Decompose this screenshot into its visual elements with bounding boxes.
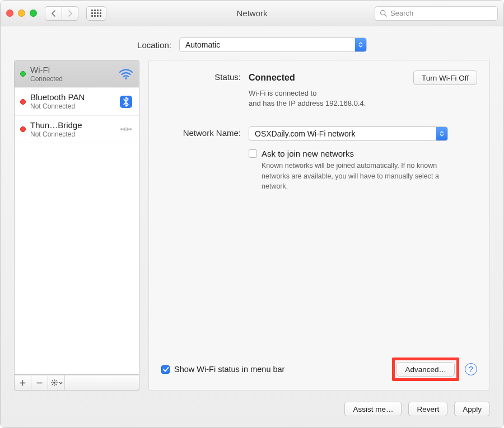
connection-status: Not Connected bbox=[30, 102, 114, 110]
help-button[interactable]: ? bbox=[465, 363, 477, 375]
content: Location: Automatic Wi-Fi Connected bbox=[1, 26, 503, 427]
svg-rect-3 bbox=[120, 96, 132, 108]
ask-join-row: Ask to join new networks Known networks … bbox=[161, 149, 477, 191]
status-dot-icon bbox=[20, 99, 26, 105]
show-all-button[interactable] bbox=[86, 6, 106, 21]
assist-me-button[interactable]: Assist me… bbox=[344, 402, 402, 416]
svg-point-5 bbox=[129, 128, 132, 130]
svg-line-13 bbox=[52, 384, 53, 385]
search-placeholder: Search bbox=[390, 9, 413, 17]
titlebar: Network Search bbox=[1, 1, 503, 26]
window-controls bbox=[6, 10, 37, 17]
svg-line-12 bbox=[55, 384, 57, 385]
connection-list: Wi-Fi Connected Bluetooth PAN Not Connec… bbox=[14, 60, 139, 375]
show-status-checkbox[interactable]: Show Wi-Fi status in menu bar bbox=[161, 365, 284, 374]
wifi-icon bbox=[119, 67, 133, 81]
connection-name: Wi-Fi bbox=[30, 65, 114, 75]
status-value: Connected bbox=[249, 73, 295, 83]
minimize-icon[interactable] bbox=[18, 10, 25, 17]
location-select[interactable]: Automatic bbox=[179, 37, 367, 52]
network-name-value: OSXDaily.com Wi-Fi network bbox=[255, 129, 355, 138]
search-input[interactable]: Search bbox=[375, 6, 498, 21]
sidebar-toolbar bbox=[14, 375, 139, 391]
actions-menu-button[interactable] bbox=[48, 375, 65, 390]
zoom-icon[interactable] bbox=[30, 10, 37, 17]
status-row: Status: Connected Turn Wi-Fi Off Wi-Fi i… bbox=[161, 70, 477, 109]
forward-button[interactable] bbox=[62, 6, 78, 21]
connection-item-thunderbolt[interactable]: Thun…Bridge Not Connected bbox=[15, 116, 139, 143]
plus-icon bbox=[20, 380, 26, 386]
checkbox-icon bbox=[249, 149, 257, 158]
detail-pane: Status: Connected Turn Wi-Fi Off Wi-Fi i… bbox=[148, 60, 490, 391]
sidebar: Wi-Fi Connected Bluetooth PAN Not Connec… bbox=[14, 60, 139, 391]
svg-point-2 bbox=[125, 77, 127, 79]
ask-join-checkbox[interactable]: Ask to join new networks bbox=[249, 149, 477, 158]
location-row: Location: Automatic bbox=[14, 37, 490, 52]
advanced-button[interactable]: Advanced… bbox=[396, 362, 455, 377]
connection-status: Connected bbox=[30, 75, 114, 83]
checkbox-icon bbox=[161, 365, 170, 374]
back-button[interactable] bbox=[45, 6, 62, 21]
search-icon bbox=[380, 10, 387, 17]
advanced-highlight: Advanced… bbox=[392, 358, 459, 381]
network-name-select[interactable]: OSXDaily.com Wi-Fi network bbox=[249, 126, 448, 141]
ask-join-description: Known networks will be joined automatica… bbox=[262, 161, 446, 191]
network-preference-window: Network Search Location: Automatic Wi-Fi… bbox=[0, 0, 504, 428]
add-connection-button[interactable] bbox=[15, 375, 31, 390]
help-icon: ? bbox=[469, 365, 473, 374]
toggle-wifi-button[interactable]: Turn Wi-Fi Off bbox=[413, 70, 477, 85]
minus-icon bbox=[36, 380, 43, 386]
location-value: Automatic bbox=[185, 40, 220, 49]
thunderbolt-bridge-icon bbox=[119, 122, 133, 137]
connection-item-wifi[interactable]: Wi-Fi Connected bbox=[15, 60, 139, 88]
chevron-down-icon bbox=[59, 382, 63, 384]
connection-name: Thun…Bridge bbox=[30, 120, 114, 130]
apply-button[interactable]: Apply bbox=[454, 402, 490, 416]
location-label: Location: bbox=[137, 40, 171, 50]
revert-button[interactable]: Revert bbox=[408, 402, 447, 416]
status-dot-icon bbox=[20, 126, 26, 132]
ask-join-label: Ask to join new networks bbox=[262, 149, 354, 158]
show-status-label: Show Wi-Fi status in menu bar bbox=[174, 365, 284, 374]
main: Wi-Fi Connected Bluetooth PAN Not Connec… bbox=[14, 60, 490, 391]
network-name-row: Network Name: OSXDaily.com Wi-Fi network bbox=[161, 126, 477, 141]
status-label: Status: bbox=[161, 70, 249, 82]
chevron-updown-icon bbox=[355, 38, 366, 51]
footer: Assist me… Revert Apply bbox=[14, 398, 490, 416]
remove-connection-button[interactable] bbox=[31, 375, 48, 390]
gear-icon bbox=[50, 379, 58, 387]
nav-buttons bbox=[45, 6, 106, 21]
connection-name: Bluetooth PAN bbox=[30, 92, 114, 102]
connection-status: Not Connected bbox=[30, 130, 114, 138]
chevron-updown-icon bbox=[436, 127, 447, 140]
connection-item-bluetooth[interactable]: Bluetooth PAN Not Connected bbox=[15, 88, 139, 115]
status-description: Wi-Fi is connected to and has the IP add… bbox=[249, 88, 450, 109]
svg-line-1 bbox=[385, 15, 386, 16]
svg-point-4 bbox=[120, 128, 123, 130]
pane-bottom: Show Wi-Fi status in menu bar Advanced… … bbox=[161, 358, 477, 381]
grid-icon bbox=[91, 10, 101, 17]
network-name-label: Network Name: bbox=[161, 126, 249, 138]
svg-line-11 bbox=[52, 380, 53, 382]
bluetooth-icon bbox=[119, 95, 133, 109]
svg-point-0 bbox=[381, 11, 385, 15]
status-dot-icon bbox=[20, 71, 26, 77]
svg-point-6 bbox=[53, 382, 55, 384]
close-icon[interactable] bbox=[6, 10, 13, 17]
svg-line-14 bbox=[55, 380, 57, 382]
